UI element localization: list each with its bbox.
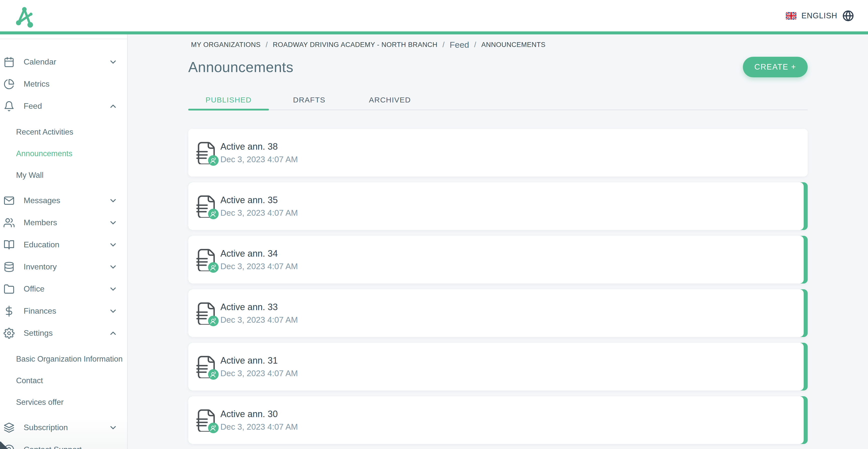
sidebar-item-education[interactable]: Education bbox=[0, 234, 127, 256]
announcement-title: Active ann. 38 bbox=[220, 141, 298, 152]
sidebar-item-contact-support[interactable]: Contact Support bbox=[0, 439, 127, 449]
announcement-card[interactable]: Active ann. 34 Dec 3, 2023 4:07 AM bbox=[188, 236, 808, 284]
sidebar-item-calendar[interactable]: Calendar bbox=[0, 51, 127, 73]
sidebar-item-settings[interactable]: Settings bbox=[0, 322, 127, 344]
announcement-card[interactable]: Active ann. 31 Dec 3, 2023 4:07 AM bbox=[188, 343, 808, 390]
sidebar-item-metrics[interactable]: Metrics bbox=[0, 73, 127, 95]
tab-label: DRAFTS bbox=[293, 96, 326, 104]
users-icon bbox=[3, 217, 14, 228]
sidebar-item-announcements[interactable]: Announcements bbox=[0, 143, 127, 164]
chevron-down-icon bbox=[108, 58, 118, 67]
announcement-card[interactable]: Active ann. 38 Dec 3, 2023 4:07 AM bbox=[188, 129, 808, 177]
breadcrumb-separator: / bbox=[266, 41, 268, 49]
sidebar-item-feed[interactable]: Feed bbox=[0, 95, 127, 117]
announcement-badge-icon bbox=[208, 262, 219, 273]
announcement-timestamp: Dec 3, 2023 4:07 AM bbox=[220, 155, 298, 164]
sidebar-item-finances[interactable]: Finances bbox=[0, 300, 127, 322]
sidebar-subitem-label: Announcements bbox=[16, 149, 72, 158]
sidebar-item-label: Contact Support bbox=[24, 445, 118, 449]
sidebar-item-office[interactable]: Office bbox=[0, 278, 127, 300]
announcement-badge-icon bbox=[208, 209, 219, 219]
sidebar-item-label: Settings bbox=[24, 329, 108, 338]
breadcrumb-announcements[interactable]: ANNOUNCEMENTS bbox=[481, 41, 546, 49]
language-selector[interactable]: ENGLISH bbox=[786, 10, 854, 22]
document-icon bbox=[195, 248, 216, 271]
gear-icon bbox=[3, 328, 14, 339]
sidebar-subitem-label: Contact bbox=[16, 376, 43, 385]
announcement-badge-icon bbox=[208, 423, 219, 433]
tab-archived[interactable]: ARCHIVED bbox=[349, 90, 430, 109]
sidebar-item-label: Calendar bbox=[24, 58, 108, 66]
chevron-down-icon bbox=[108, 262, 118, 271]
breadcrumb-my-organizations[interactable]: MY ORGANIZATIONS bbox=[191, 41, 260, 49]
chevron-up-icon bbox=[108, 102, 118, 111]
feed-submenu: Recent Activities Announcements My Wall bbox=[0, 121, 127, 186]
sidebar-item-recent-activities[interactable]: Recent Activities bbox=[0, 121, 127, 143]
document-icon bbox=[195, 409, 216, 432]
settings-submenu: Basic Organization Information Contact S… bbox=[0, 348, 127, 413]
tab-published[interactable]: PUBLISHED bbox=[188, 90, 269, 109]
app-logo-icon[interactable] bbox=[16, 4, 36, 29]
announcement-card[interactable]: Active ann. 30 Dec 3, 2023 4:07 AM bbox=[188, 396, 808, 444]
sidebar-item-label: Education bbox=[24, 240, 108, 249]
sidebar-item-label: Feed bbox=[24, 102, 108, 110]
sidebar-subitem-label: Recent Activities bbox=[16, 128, 73, 137]
mail-icon bbox=[3, 195, 14, 206]
announcement-title: Active ann. 30 bbox=[220, 409, 298, 419]
breadcrumb-organization[interactable]: ROADWAY DRIVING ACADEMY - NORTH BRANCH bbox=[273, 41, 437, 49]
announcement-timestamp: Dec 3, 2023 4:07 AM bbox=[220, 368, 298, 378]
sidebar-item-services-offer[interactable]: Services offer bbox=[0, 391, 127, 413]
sidebar-subitem-label: Services offer bbox=[16, 398, 64, 407]
document-icon bbox=[195, 355, 216, 378]
globe-icon bbox=[842, 10, 854, 22]
pie-chart-icon bbox=[3, 78, 14, 90]
sidebar-item-contact[interactable]: Contact bbox=[0, 370, 127, 391]
tab-label: PUBLISHED bbox=[206, 96, 252, 104]
top-bar: ENGLISH bbox=[0, 0, 868, 31]
sidebar-item-label: Finances bbox=[24, 307, 108, 315]
database-icon bbox=[3, 261, 14, 272]
sidebar-item-inventory[interactable]: Inventory bbox=[0, 256, 127, 278]
book-open-icon bbox=[3, 239, 14, 250]
announcement-timestamp: Dec 3, 2023 4:07 AM bbox=[220, 208, 298, 218]
announcement-title: Active ann. 31 bbox=[220, 355, 298, 366]
sidebar-item-basic-organization-information[interactable]: Basic Organization Information bbox=[0, 348, 127, 370]
page-title: Announcements bbox=[188, 59, 293, 75]
chevron-down-icon bbox=[108, 423, 118, 432]
sidebar-item-subscription[interactable]: Subscription bbox=[0, 417, 127, 439]
language-label: ENGLISH bbox=[801, 11, 837, 20]
announcement-title: Active ann. 34 bbox=[220, 248, 298, 259]
chevron-down-icon bbox=[108, 218, 118, 227]
folder-icon bbox=[3, 284, 14, 295]
announcement-timestamp: Dec 3, 2023 4:07 AM bbox=[220, 422, 298, 432]
announcement-card[interactable]: Active ann. 33 Dec 3, 2023 4:07 AM bbox=[188, 289, 808, 337]
sidebar-item-label: Members bbox=[24, 218, 108, 227]
create-button[interactable]: CREATE + bbox=[743, 57, 808, 77]
announcement-timestamp: Dec 3, 2023 4:07 AM bbox=[220, 315, 298, 325]
chevron-up-icon bbox=[108, 329, 118, 338]
sidebar-item-messages[interactable]: Messages bbox=[0, 190, 127, 212]
announcement-list: Active ann. 38 Dec 3, 2023 4:07 AM Activ… bbox=[188, 129, 808, 444]
chevron-down-icon bbox=[108, 307, 118, 316]
announcement-title: Active ann. 33 bbox=[220, 302, 298, 312]
breadcrumb-separator: / bbox=[442, 41, 445, 49]
sidebar-item-my-wall[interactable]: My Wall bbox=[0, 164, 127, 186]
tabs-bar: PUBLISHED DRAFTS ARCHIVED bbox=[188, 90, 808, 110]
main-content: MY ORGANIZATIONS / ROADWAY DRIVING ACADE… bbox=[128, 34, 868, 449]
sidebar-item-label: Messages bbox=[24, 196, 108, 205]
dollar-icon bbox=[3, 306, 14, 317]
tab-label: ARCHIVED bbox=[369, 96, 411, 104]
sidebar-item-label: Metrics bbox=[24, 79, 118, 88]
calendar-icon bbox=[3, 57, 14, 68]
sidebar-item-members[interactable]: Members bbox=[0, 212, 127, 234]
breadcrumb-feed[interactable]: Feed bbox=[450, 40, 469, 50]
document-icon bbox=[195, 141, 216, 164]
uk-flag-icon bbox=[786, 12, 796, 20]
sidebar-subitem-label: My Wall bbox=[16, 171, 43, 180]
chevron-down-icon bbox=[108, 240, 118, 249]
sidebar-item-label: Inventory bbox=[24, 262, 108, 271]
announcement-badge-icon bbox=[208, 155, 219, 166]
announcement-card[interactable]: Active ann. 35 Dec 3, 2023 4:07 AM bbox=[188, 182, 808, 230]
tab-drafts[interactable]: DRAFTS bbox=[269, 90, 349, 109]
announcement-timestamp: Dec 3, 2023 4:07 AM bbox=[220, 262, 298, 271]
